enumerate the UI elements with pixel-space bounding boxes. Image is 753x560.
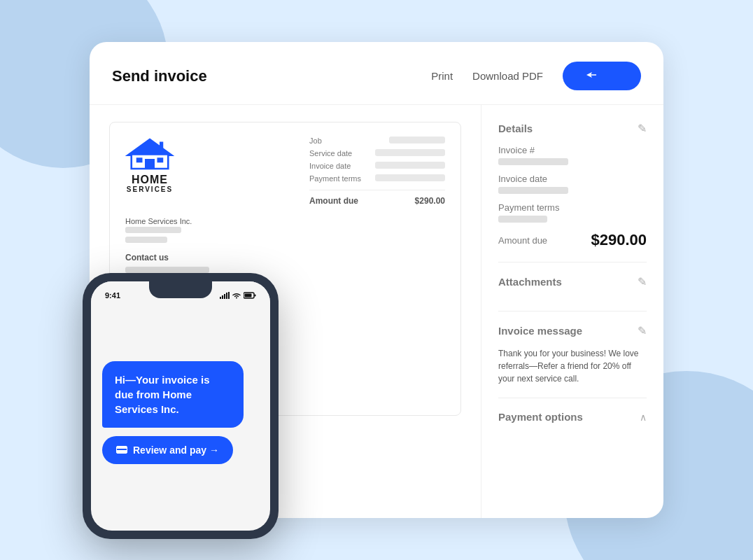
credit-card-icon xyxy=(116,446,127,454)
details-panel: Details ✎ Invoice # Invoice date Payment… xyxy=(481,105,663,518)
company-logo: HOME SERVICES xyxy=(125,136,174,193)
attachments-section: Attachments ✎ xyxy=(498,275,647,312)
invoice-date-label: Invoice date xyxy=(498,174,647,184)
details-section-header: Details ✎ xyxy=(498,122,647,135)
address-section: Home Services Inc. xyxy=(125,217,445,243)
logo-home-text: HOME xyxy=(132,174,168,186)
send-icon xyxy=(585,70,619,80)
attachments-section-header: Attachments ✎ xyxy=(498,275,647,288)
svg-rect-9 xyxy=(224,294,225,299)
phone-content: Hi—Your invoice is due from Home Service… xyxy=(91,302,270,531)
invoice-preview: HOME SERVICES Job Service date xyxy=(90,105,481,518)
invoice-message-section-header: Invoice message ✎ xyxy=(498,324,647,337)
review-pay-label: Review and pay → xyxy=(133,444,219,456)
address-bar-1 xyxy=(125,227,181,233)
svg-rect-8 xyxy=(222,295,223,299)
invoice-number-row: Invoice # xyxy=(498,145,647,165)
chevron-up-icon: ∧ xyxy=(640,412,647,423)
review-and-pay-button[interactable]: Review and pay → xyxy=(102,436,233,464)
payment-terms-row: Payment terms xyxy=(498,202,647,223)
status-icons xyxy=(220,292,256,299)
invoice-field-job: Job xyxy=(309,136,445,145)
invoice-field-service-date: Service date xyxy=(309,149,445,158)
house-logo-icon xyxy=(125,136,174,172)
card-body: HOME SERVICES Job Service date xyxy=(90,105,663,518)
main-card: Send invoice Print Download PDF xyxy=(90,42,663,518)
invoice-fields-table: Job Service date Invoice date Payme xyxy=(309,136,445,206)
svg-marker-2 xyxy=(128,139,172,155)
invoice-message-edit-icon[interactable]: ✎ xyxy=(638,324,647,337)
logo-services-text: SERVICES xyxy=(127,186,173,193)
contact-bar-1 xyxy=(125,267,209,273)
signal-icon xyxy=(220,292,230,299)
header-actions: Print Download PDF xyxy=(431,62,641,90)
battery-icon xyxy=(244,292,256,299)
invoice-doc-header: HOME SERVICES Job Service date xyxy=(125,136,445,206)
invoice-date-value xyxy=(498,187,568,194)
page-title: Send invoice xyxy=(112,67,431,85)
svg-rect-11 xyxy=(228,292,230,299)
invoice-number-value xyxy=(498,158,568,165)
address-bar-2 xyxy=(125,237,167,243)
payment-terms-label: Payment terms xyxy=(498,202,647,213)
payment-options-section: Payment options ∧ xyxy=(498,411,647,435)
invoice-date-row: Invoice date xyxy=(498,174,647,194)
svg-rect-6 xyxy=(160,142,163,150)
invoice-field-payment-terms: Payment terms xyxy=(309,174,445,183)
invoice-message-section-title: Invoice message xyxy=(498,325,582,337)
download-pdf-button[interactable]: Download PDF xyxy=(472,70,543,82)
payment-options-header[interactable]: Payment options ∧ xyxy=(498,411,647,423)
svg-rect-10 xyxy=(226,293,227,299)
svg-rect-4 xyxy=(136,158,143,162)
svg-rect-13 xyxy=(255,295,256,297)
details-edit-icon[interactable]: ✎ xyxy=(638,122,647,135)
amount-due-label: Amount due xyxy=(498,235,547,246)
invoice-message-text: Thank you for your business! We love ref… xyxy=(498,347,647,385)
phone-screen: 9:41 xyxy=(91,281,270,531)
phone-mockup: 9:41 xyxy=(83,273,279,539)
amount-due-value: $290.00 xyxy=(591,231,647,249)
card-header: Send invoice Print Download PDF xyxy=(90,42,663,105)
attachments-section-title: Attachments xyxy=(498,276,562,288)
invoice-amount-row: Amount due $290.00 xyxy=(309,190,445,206)
print-button[interactable]: Print xyxy=(431,70,453,82)
details-section-title: Details xyxy=(498,122,533,134)
company-name: Home Services Inc. xyxy=(125,217,445,225)
svg-rect-3 xyxy=(145,159,155,169)
phone-time: 9:41 xyxy=(105,291,120,300)
svg-rect-7 xyxy=(220,297,221,299)
amount-due-row: Amount due $290.00 xyxy=(498,231,647,249)
svg-rect-14 xyxy=(245,294,252,298)
details-section: Details ✎ Invoice # Invoice date Payment… xyxy=(498,122,647,262)
phone-notch xyxy=(149,281,212,298)
send-invoice-button[interactable] xyxy=(563,62,641,90)
invoice-number-label: Invoice # xyxy=(498,145,647,155)
invoice-message-section: Invoice message ✎ Thank you for your bus… xyxy=(498,324,647,398)
invoice-field-invoice-date: Invoice date xyxy=(309,162,445,170)
phone-outer: 9:41 xyxy=(83,273,279,539)
sms-message-bubble: Hi—Your invoice is due from Home Service… xyxy=(102,361,244,428)
payment-options-title: Payment options xyxy=(498,411,583,423)
payment-terms-value xyxy=(498,216,547,223)
attachments-edit-icon[interactable]: ✎ xyxy=(638,275,647,288)
wifi-icon xyxy=(232,292,241,299)
svg-rect-5 xyxy=(157,158,164,162)
